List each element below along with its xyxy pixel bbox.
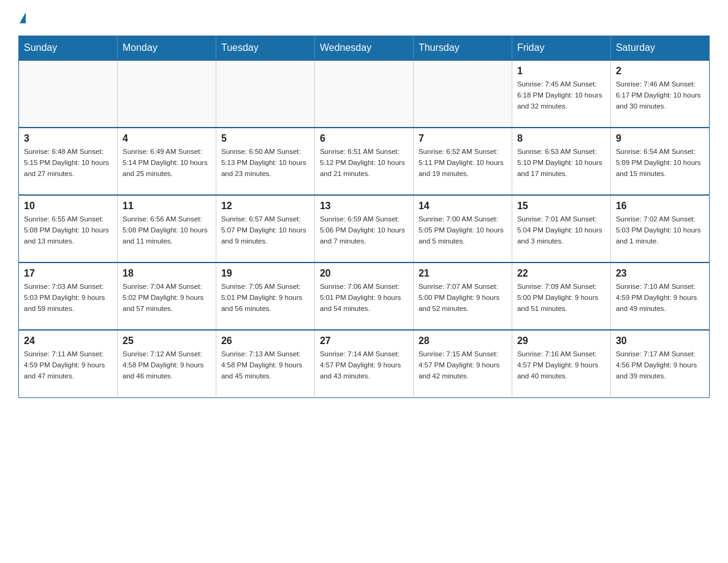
calendar-cell: 12Sunrise: 6:57 AM Sunset: 5:07 PM Dayli… — [216, 195, 314, 262]
week-row-4: 17Sunrise: 7:03 AM Sunset: 5:03 PM Dayli… — [19, 262, 710, 330]
day-number: 16 — [616, 201, 704, 212]
calendar-cell — [117, 60, 216, 128]
day-info: Sunrise: 7:13 AM Sunset: 4:58 PM Dayligh… — [221, 349, 309, 381]
calendar-cell: 30Sunrise: 7:17 AM Sunset: 4:56 PM Dayli… — [610, 330, 709, 397]
calendar-cell: 14Sunrise: 7:00 AM Sunset: 5:05 PM Dayli… — [413, 195, 512, 262]
day-number: 22 — [517, 268, 605, 279]
weekday-header-saturday: Saturday — [610, 36, 709, 61]
day-number: 5 — [221, 133, 309, 144]
day-number: 29 — [517, 335, 605, 347]
weekday-header-row: SundayMondayTuesdayWednesdayThursdayFrid… — [19, 36, 710, 61]
calendar-cell: 13Sunrise: 6:59 AM Sunset: 5:06 PM Dayli… — [314, 195, 413, 262]
day-info: Sunrise: 6:52 AM Sunset: 5:11 PM Dayligh… — [419, 147, 507, 179]
day-info: Sunrise: 7:17 AM Sunset: 4:56 PM Dayligh… — [616, 349, 704, 381]
calendar-cell: 6Sunrise: 6:51 AM Sunset: 5:12 PM Daylig… — [314, 128, 413, 195]
weekday-header-sunday: Sunday — [19, 36, 118, 61]
week-row-3: 10Sunrise: 6:55 AM Sunset: 5:08 PM Dayli… — [19, 195, 710, 262]
calendar-cell: 29Sunrise: 7:16 AM Sunset: 4:57 PM Dayli… — [512, 330, 610, 397]
calendar-cell: 8Sunrise: 6:53 AM Sunset: 5:10 PM Daylig… — [512, 128, 610, 195]
day-info: Sunrise: 7:12 AM Sunset: 4:58 PM Dayligh… — [123, 349, 211, 381]
calendar-cell: 5Sunrise: 6:50 AM Sunset: 5:13 PM Daylig… — [216, 128, 314, 195]
day-info: Sunrise: 6:57 AM Sunset: 5:07 PM Dayligh… — [221, 214, 309, 247]
day-number: 6 — [320, 133, 408, 144]
calendar-cell: 7Sunrise: 6:52 AM Sunset: 5:11 PM Daylig… — [413, 128, 512, 195]
calendar-cell: 18Sunrise: 7:04 AM Sunset: 5:02 PM Dayli… — [117, 262, 216, 330]
week-row-5: 24Sunrise: 7:11 AM Sunset: 4:59 PM Dayli… — [19, 330, 710, 397]
calendar-cell — [413, 60, 512, 128]
day-info: Sunrise: 7:07 AM Sunset: 5:00 PM Dayligh… — [419, 282, 507, 314]
day-info: Sunrise: 7:10 AM Sunset: 4:59 PM Dayligh… — [616, 282, 704, 314]
day-info: Sunrise: 6:53 AM Sunset: 5:10 PM Dayligh… — [517, 147, 605, 179]
calendar-cell: 1Sunrise: 7:45 AM Sunset: 6:18 PM Daylig… — [512, 60, 610, 128]
day-info: Sunrise: 7:45 AM Sunset: 6:18 PM Dayligh… — [517, 79, 605, 112]
calendar-cell: 3Sunrise: 6:48 AM Sunset: 5:15 PM Daylig… — [19, 128, 118, 195]
day-info: Sunrise: 7:02 AM Sunset: 5:03 PM Dayligh… — [616, 214, 704, 247]
day-info: Sunrise: 7:01 AM Sunset: 5:04 PM Dayligh… — [517, 214, 605, 247]
calendar-cell — [314, 60, 413, 128]
day-number: 13 — [320, 201, 408, 212]
calendar-cell: 21Sunrise: 7:07 AM Sunset: 5:00 PM Dayli… — [413, 262, 512, 330]
weekday-header-tuesday: Tuesday — [216, 36, 314, 61]
day-info: Sunrise: 6:56 AM Sunset: 5:08 PM Dayligh… — [123, 214, 211, 247]
calendar-body: 1Sunrise: 7:45 AM Sunset: 6:18 PM Daylig… — [19, 60, 710, 397]
calendar-cell: 24Sunrise: 7:11 AM Sunset: 4:59 PM Dayli… — [19, 330, 118, 397]
calendar-cell — [19, 60, 118, 128]
day-info: Sunrise: 6:54 AM Sunset: 5:09 PM Dayligh… — [616, 147, 704, 179]
day-info: Sunrise: 7:46 AM Sunset: 6:17 PM Dayligh… — [616, 79, 704, 112]
page-header — [18, 12, 710, 23]
day-info: Sunrise: 7:03 AM Sunset: 5:03 PM Dayligh… — [24, 282, 112, 314]
day-info: Sunrise: 7:16 AM Sunset: 4:57 PM Dayligh… — [517, 349, 605, 381]
calendar-cell: 20Sunrise: 7:06 AM Sunset: 5:01 PM Dayli… — [314, 262, 413, 330]
day-info: Sunrise: 6:48 AM Sunset: 5:15 PM Dayligh… — [24, 147, 112, 179]
day-number: 14 — [419, 201, 507, 212]
calendar-cell: 11Sunrise: 6:56 AM Sunset: 5:08 PM Dayli… — [117, 195, 216, 262]
day-info: Sunrise: 7:04 AM Sunset: 5:02 PM Dayligh… — [123, 282, 211, 314]
calendar-cell: 10Sunrise: 6:55 AM Sunset: 5:08 PM Dayli… — [19, 195, 118, 262]
day-number: 12 — [221, 201, 309, 212]
day-number: 19 — [221, 268, 309, 279]
calendar-cell: 16Sunrise: 7:02 AM Sunset: 5:03 PM Dayli… — [610, 195, 709, 262]
day-info: Sunrise: 7:05 AM Sunset: 5:01 PM Dayligh… — [221, 282, 309, 314]
day-number: 2 — [616, 66, 704, 77]
weekday-header-friday: Friday — [512, 36, 610, 61]
weekday-header-wednesday: Wednesday — [314, 36, 413, 61]
day-number: 8 — [517, 133, 605, 144]
logo-triangle-icon — [20, 12, 26, 23]
day-info: Sunrise: 6:49 AM Sunset: 5:14 PM Dayligh… — [123, 147, 211, 179]
day-number: 17 — [24, 268, 112, 279]
day-number: 1 — [517, 66, 605, 77]
day-number: 23 — [616, 268, 704, 279]
day-number: 30 — [616, 335, 704, 347]
calendar-cell: 17Sunrise: 7:03 AM Sunset: 5:03 PM Dayli… — [19, 262, 118, 330]
day-number: 4 — [123, 133, 211, 144]
day-info: Sunrise: 7:14 AM Sunset: 4:57 PM Dayligh… — [320, 349, 408, 381]
weekday-header-monday: Monday — [117, 36, 216, 61]
calendar-table: SundayMondayTuesdayWednesdayThursdayFrid… — [18, 36, 710, 398]
day-number: 7 — [419, 133, 507, 144]
day-info: Sunrise: 7:11 AM Sunset: 4:59 PM Dayligh… — [24, 349, 112, 381]
logo — [18, 12, 27, 23]
calendar-cell: 25Sunrise: 7:12 AM Sunset: 4:58 PM Dayli… — [117, 330, 216, 397]
calendar-cell: 28Sunrise: 7:15 AM Sunset: 4:57 PM Dayli… — [413, 330, 512, 397]
day-number: 21 — [419, 268, 507, 279]
day-info: Sunrise: 7:06 AM Sunset: 5:01 PM Dayligh… — [320, 282, 408, 314]
day-info: Sunrise: 7:09 AM Sunset: 5:00 PM Dayligh… — [517, 282, 605, 314]
calendar-cell: 9Sunrise: 6:54 AM Sunset: 5:09 PM Daylig… — [610, 128, 709, 195]
day-number: 15 — [517, 201, 605, 212]
calendar-cell: 27Sunrise: 7:14 AM Sunset: 4:57 PM Dayli… — [314, 330, 413, 397]
day-number: 28 — [419, 335, 507, 347]
day-number: 9 — [616, 133, 704, 144]
calendar-cell: 26Sunrise: 7:13 AM Sunset: 4:58 PM Dayli… — [216, 330, 314, 397]
day-number: 11 — [123, 201, 211, 212]
day-info: Sunrise: 6:55 AM Sunset: 5:08 PM Dayligh… — [24, 214, 112, 247]
week-row-1: 1Sunrise: 7:45 AM Sunset: 6:18 PM Daylig… — [19, 60, 710, 128]
day-number: 26 — [221, 335, 309, 347]
day-number: 18 — [123, 268, 211, 279]
calendar-cell: 2Sunrise: 7:46 AM Sunset: 6:17 PM Daylig… — [610, 60, 709, 128]
day-number: 3 — [24, 133, 112, 144]
day-info: Sunrise: 7:15 AM Sunset: 4:57 PM Dayligh… — [419, 349, 507, 381]
day-number: 25 — [123, 335, 211, 347]
calendar-cell: 23Sunrise: 7:10 AM Sunset: 4:59 PM Dayli… — [610, 262, 709, 330]
day-number: 20 — [320, 268, 408, 279]
day-info: Sunrise: 6:50 AM Sunset: 5:13 PM Dayligh… — [221, 147, 309, 179]
